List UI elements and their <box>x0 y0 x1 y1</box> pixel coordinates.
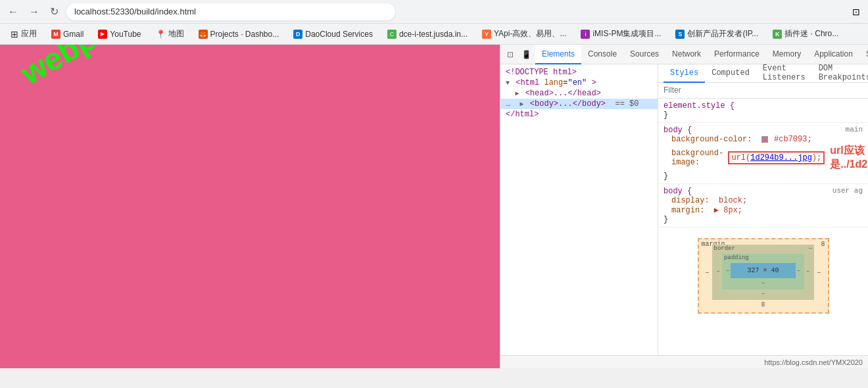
bookmark-maps-label: 地图 <box>168 28 184 39</box>
bookmark-projects[interactable]: 🦊 Projects · Dashbo... <box>193 28 285 41</box>
css-filter-input[interactable] <box>663 85 863 95</box>
body-tag: <body> <box>530 99 558 109</box>
box-model: margin 8 – border – <box>698 238 829 314</box>
dce-icon: C <box>387 30 397 39</box>
html-head-line[interactable]: ▶ <head>...</head> <box>500 88 658 99</box>
subtab-computed[interactable]: Computed <box>705 64 756 83</box>
body-ua-selector-line: body { user ag <box>663 187 863 196</box>
devtools-device-icon[interactable]: 📱 <box>518 45 535 64</box>
padding-right-num: – <box>796 263 802 278</box>
bookmark-yapi[interactable]: Y YApi-高效、易用、... <box>477 26 571 41</box>
html-lang-attr: lang <box>544 78 563 87</box>
status-bar: https://blog.csdn.net/YMX2020 <box>500 355 868 368</box>
body-line-dots: … <box>506 99 510 109</box>
bookmark-maps[interactable]: 📍 地图 <box>151 26 189 41</box>
html-html-close-line[interactable]: </html> <box>500 109 658 120</box>
bg-color-prop: background-color: <box>671 135 752 144</box>
projects-icon: 🦊 <box>199 30 208 39</box>
html-html-line[interactable]: ▼ <html lang="en" > <box>500 78 658 88</box>
tab-network[interactable]: Network <box>665 45 708 64</box>
bookmark-apps-label: 应用 <box>21 28 37 39</box>
display-value: block; <box>719 196 747 205</box>
body-close: } <box>663 172 668 181</box>
border-box: border – – padding – <box>712 245 815 300</box>
bookmark-projects-label: Projects · Dashbo... <box>210 30 279 39</box>
bookmark-innovation[interactable]: S 创新产品开发者(IP... <box>670 26 763 41</box>
dollar-zero: == $0 <box>615 99 639 109</box>
bookmark-youtube[interactable]: ▶ YouTube <box>93 28 146 41</box>
margin-left-num: – <box>703 245 712 300</box>
bookmark-dce[interactable]: C dce-i-test.jusda.in... <box>382 28 473 41</box>
bg-image-line: background-image: url(1d294b9...jpg); ur… <box>663 144 863 172</box>
tab-console[interactable]: Console <box>581 45 623 64</box>
bookmark-daocloud[interactable]: D DaoCloud Services <box>288 28 378 41</box>
css-source-ua: user ag <box>832 187 863 195</box>
tab-sources[interactable]: Sources <box>623 45 665 64</box>
bg-image-prop: background-image: <box>671 149 723 167</box>
html-doctype-line[interactable]: <!DOCTYPE html> <box>500 67 658 78</box>
ua-close-brace: } <box>663 215 863 224</box>
bookmarks-bar: ⊞ 应用 M Gmail ▶ YouTube 📍 地图 🦊 Projects ·… <box>0 24 868 45</box>
bookmark-imis[interactable]: i iMIS-PM集成项目... <box>575 26 666 41</box>
body-selector: body { <box>663 126 692 135</box>
css-panel: Styles Computed Event Listeners DOM Brea… <box>658 64 868 355</box>
webpack-watermark: webpack转义... <box>13 45 227 94</box>
subtab-dom-breakpoints[interactable]: DOM Breakpoints <box>812 64 868 83</box>
margin-line: margin: ▶ 8px; <box>663 205 863 215</box>
bg-image-link[interactable]: 1d294b9...jpg <box>750 153 812 162</box>
bookmark-daocloud-label: DaoCloud Services <box>305 30 373 39</box>
page-content: webpack转义... <box>0 45 500 368</box>
element-style-close: } <box>663 110 863 120</box>
tab-security[interactable]: Security <box>859 45 868 64</box>
padding-left-num: – <box>725 263 731 278</box>
body-expand-arrow: ▶ <box>520 101 524 108</box>
bookmark-yapi-label: YApi-高效、易用、... <box>494 28 566 39</box>
devtools-main: <!DOCTYPE html> ▼ <html lang="en" > ▶ <h… <box>500 64 868 355</box>
subtab-event-listeners[interactable]: Event Listeners <box>756 64 812 83</box>
imis-icon: i <box>581 30 590 39</box>
back-button[interactable]: ← <box>5 3 21 20</box>
head-expand-arrow: ▶ <box>515 90 519 97</box>
bookmark-youtube-label: YouTube <box>110 30 141 39</box>
bookmark-apps[interactable]: ⊞ 应用 <box>5 26 42 41</box>
youtube-icon: ▶ <box>98 30 107 39</box>
content-dimensions: 327 × 40 <box>747 267 779 274</box>
status-url: https://blog.csdn.net/YMX2020 <box>764 358 863 366</box>
devtools-select-icon[interactable]: ⊡ <box>503 45 518 64</box>
bookmark-plugins[interactable]: K 插件迷 · Chro... <box>767 26 844 41</box>
margin-box: margin 8 – border – <box>698 238 829 314</box>
html-lang-val: "en" <box>567 78 587 87</box>
css-filter-bar <box>658 83 868 99</box>
element-style-rule: element.style { } <box>658 99 868 123</box>
html-expand-arrow: ▼ <box>506 80 510 87</box>
daocloud-icon: D <box>293 30 302 39</box>
body-close-brace: } <box>663 172 863 181</box>
subtab-styles[interactable]: Styles <box>663 64 705 83</box>
url-annotation: url应该是../1d294b9...jpg <box>830 144 868 172</box>
tab-application[interactable]: Application <box>808 45 859 64</box>
margin-bottom-num: 8 <box>703 301 824 308</box>
address-input[interactable] <box>66 3 395 20</box>
html-body-line[interactable]: … ▶ <body>...</body> == $0 <box>500 99 658 109</box>
css-source-main: main <box>846 126 863 133</box>
bookmark-innovation-label: 创新产品开发者(IP... <box>687 28 758 39</box>
border-right-num: – <box>804 254 811 289</box>
margin-right-num: – <box>814 245 823 300</box>
html-close-bracket: > <box>591 78 596 87</box>
tab-performance[interactable]: Performance <box>708 45 766 64</box>
tab-elements[interactable]: Elements <box>535 45 581 64</box>
bookmark-dce-label: dce-i-test.jusda.in... <box>399 30 468 39</box>
close-brace: } <box>663 110 668 120</box>
yapi-icon: Y <box>482 30 491 39</box>
extension-icon-screen[interactable]: ⊡ <box>850 5 863 18</box>
maps-icon: 📍 <box>156 30 166 39</box>
box-model-section: margin 8 – border – <box>658 228 868 324</box>
selector-text: element.style { <box>663 101 735 110</box>
html-open-tag: <html <box>516 78 539 87</box>
doctype-tag: <!DOCTYPE html> <box>506 68 577 77</box>
reload-button[interactable]: ↻ <box>47 3 61 20</box>
tab-memory[interactable]: Memory <box>766 45 808 64</box>
bookmark-gmail[interactable]: M Gmail <box>46 28 89 41</box>
forward-button[interactable]: → <box>26 3 42 20</box>
bg-image-semi: ; <box>817 153 821 162</box>
